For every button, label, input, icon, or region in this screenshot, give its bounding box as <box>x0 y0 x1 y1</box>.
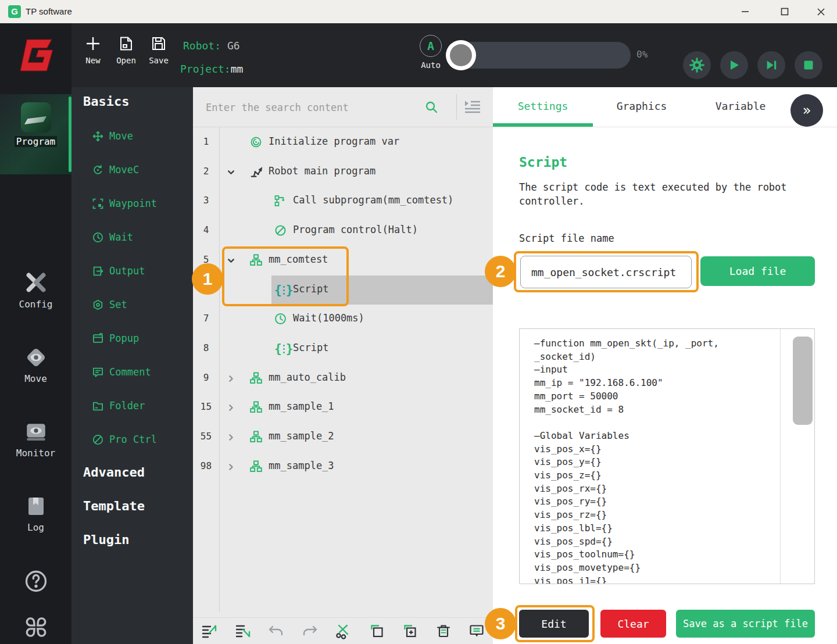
section-template[interactable]: Template <box>83 499 145 513</box>
close-button[interactable] <box>809 5 832 19</box>
double-chevron-icon: » <box>803 102 811 119</box>
help-button[interactable] <box>0 568 71 594</box>
open-button[interactable]: Open <box>110 36 142 65</box>
palette-item-waypoint[interactable]: Waypoint <box>92 198 157 209</box>
script-code-viewer[interactable]: —function mm_open_skt(_ip, _port, _socke… <box>519 328 815 584</box>
prohibit-icon <box>92 434 103 445</box>
subprogram-group-icon <box>250 401 262 413</box>
scrollbar-track[interactable] <box>780 329 781 584</box>
panel-heading: Script <box>519 155 567 170</box>
initialize-icon <box>250 136 262 148</box>
tree-row-mm-sample-3[interactable]: 98 mm_sample_3 <box>193 452 493 481</box>
tree-row-robot-main[interactable]: 2 Robot main program <box>193 158 493 187</box>
move-icon <box>23 346 49 370</box>
insert-row-below-icon[interactable] <box>235 623 251 639</box>
script-icon: {} <box>274 342 293 355</box>
step-button[interactable] <box>757 51 785 79</box>
palette-item-comment[interactable]: Comment <box>92 366 151 378</box>
active-tab-indicator <box>493 123 593 127</box>
undo-icon[interactable] <box>268 623 284 639</box>
save-button[interactable]: Save <box>142 36 175 65</box>
tree-row-script-2[interactable]: 8 {} Script <box>193 334 493 363</box>
tree-row-mm-auto-calib[interactable]: 9 mm_auto_calib <box>193 364 493 393</box>
window-title: TP software <box>26 6 72 16</box>
brand-logo-block <box>0 23 71 87</box>
halt-icon <box>274 224 287 237</box>
tree-row-mm-sample-2[interactable]: 55 mm_sample_2 <box>193 423 493 452</box>
redo-icon[interactable] <box>302 623 318 639</box>
section-plugin[interactable]: Plugin <box>83 532 129 547</box>
palette-item-wait[interactable]: Wait <box>92 231 133 243</box>
palette-item-set[interactable]: Set <box>92 299 127 310</box>
move-arrows-icon <box>92 131 103 142</box>
palette-item-popup[interactable]: Popup <box>92 332 139 344</box>
search-icon[interactable] <box>424 100 438 114</box>
speed-percentage: 0% <box>636 49 648 60</box>
load-file-button[interactable]: Load file <box>700 256 815 286</box>
tree-row-initialize[interactable]: 1 Initialize program var <box>193 128 493 157</box>
comment-toolbar-icon[interactable] <box>468 623 485 639</box>
tab-graphics[interactable]: Graphics <box>601 100 682 112</box>
tree-row-wait[interactable]: 7 Wait(1000ms) <box>193 305 493 334</box>
apps-grid-icon <box>23 614 49 641</box>
monitor-icon <box>23 421 49 444</box>
speed-slider-knob[interactable] <box>446 40 476 70</box>
delete-trash-icon[interactable] <box>435 623 452 639</box>
cut-icon[interactable] <box>335 623 351 639</box>
save-as-script-file-button[interactable]: Save as a script file <box>676 610 815 638</box>
settings-run-button[interactable] <box>683 51 711 79</box>
copy-icon[interactable] <box>369 623 385 639</box>
apps-button[interactable] <box>0 614 71 641</box>
gear-icon <box>689 57 705 73</box>
tree-row-mm-sample-1[interactable]: 15 mm_sample_1 <box>193 393 493 422</box>
chevron-right-icon[interactable] <box>227 463 235 471</box>
call-subprogram-icon <box>274 195 287 207</box>
palette-item-output[interactable]: Output <box>92 265 145 277</box>
tree-row-call-subprogram[interactable]: 3 Call subprogram(mm_comtest) <box>193 187 493 216</box>
brand-logo-icon <box>15 33 57 78</box>
scrollbar-thumb[interactable] <box>793 337 813 425</box>
maximize-button[interactable] <box>773 5 796 19</box>
paste-add-icon[interactable] <box>402 623 418 639</box>
auto-mode-toggle[interactable]: A Auto <box>417 35 444 70</box>
sidebar-item-label: Config <box>0 299 71 310</box>
outline-list-icon[interactable] <box>464 100 481 114</box>
subprogram-group-icon <box>250 372 262 384</box>
clear-button[interactable]: Clear <box>600 610 666 638</box>
sidebar-item-monitor[interactable]: Monitor <box>0 421 71 459</box>
tab-variable[interactable]: Variable <box>700 100 781 112</box>
top-toolbar: New Open Save Robot: G6 Project:mm A Aut… <box>71 23 837 87</box>
divider <box>456 94 457 120</box>
insert-row-above-icon[interactable] <box>201 623 217 639</box>
tree-row-program-control[interactable]: 4 Program control(Halt) <box>193 216 493 245</box>
minimize-button[interactable] <box>734 5 757 19</box>
sidebar-item-move[interactable]: Move <box>0 346 71 384</box>
search-input[interactable] <box>205 95 428 120</box>
sidebar-item-log[interactable]: Log <box>0 495 71 533</box>
robot-name: Robot: G6 <box>183 40 240 52</box>
tab-bar: Settings Graphics Variable » <box>493 87 837 127</box>
chevron-right-icon[interactable] <box>227 374 235 383</box>
log-icon <box>23 495 49 518</box>
chevron-right-icon[interactable] <box>227 403 235 412</box>
palette-item-movec[interactable]: MoveC <box>92 164 139 176</box>
palette-item-pro-ctrl[interactable]: Pro Ctrl <box>92 434 157 445</box>
tab-settings[interactable]: Settings <box>502 100 584 112</box>
speed-slider[interactable] <box>448 42 631 69</box>
palette-item-folder[interactable]: Folder <box>92 400 145 412</box>
stop-button[interactable] <box>795 51 822 79</box>
sidebar-item-config[interactable]: Config <box>0 272 71 310</box>
new-button[interactable]: New <box>77 36 109 65</box>
palette-item-move[interactable]: Move <box>92 130 133 142</box>
section-advanced[interactable]: Advanced <box>83 465 145 480</box>
tree-toolbar <box>193 617 493 644</box>
help-icon <box>23 568 49 594</box>
chevron-down-icon[interactable] <box>227 168 235 177</box>
expand-tabs-button[interactable]: » <box>791 94 823 127</box>
sidebar-item-program[interactable]: Program <box>0 94 71 174</box>
chevron-right-icon[interactable] <box>227 433 235 442</box>
folder-icon <box>92 400 103 412</box>
section-basics[interactable]: Basics <box>83 94 129 109</box>
callout-step-2-box <box>514 251 699 292</box>
play-button[interactable] <box>720 51 748 79</box>
